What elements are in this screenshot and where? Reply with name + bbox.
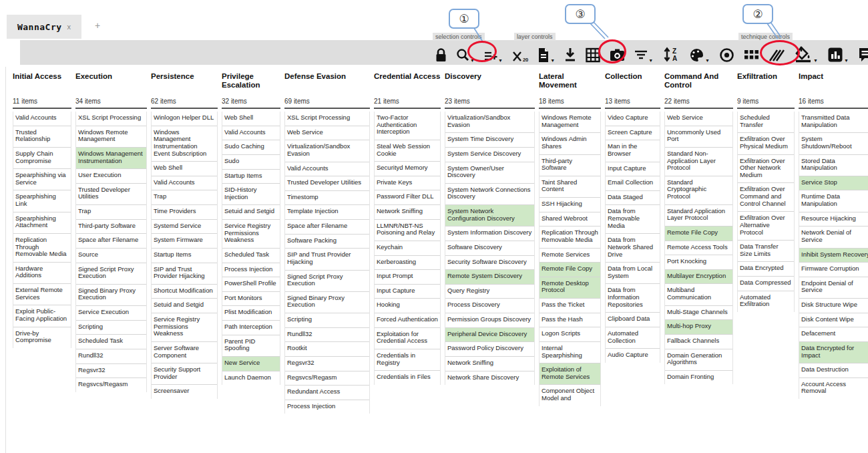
technique-cell[interactable]: SIP and Trust Provider Hijacking: [285, 248, 369, 269]
technique-cell[interactable]: Data from Network Shared Drive: [606, 233, 660, 262]
technique-cell[interactable]: Spearphishing via Service: [13, 168, 71, 190]
filter-button[interactable]: ▼: [632, 43, 655, 63]
technique-cell[interactable]: Endpoint Denial of Service: [799, 277, 868, 298]
technique-cell[interactable]: Valid Accounts: [152, 176, 217, 190]
technique-cell[interactable]: Password Filter DLL: [375, 190, 440, 204]
technique-cell[interactable]: Multilayer Encryption: [665, 269, 732, 284]
layer-file-button[interactable]: ▼: [535, 43, 557, 63]
tab-close-icon[interactable]: x: [67, 23, 71, 31]
technique-cell[interactable]: Defacement: [799, 327, 868, 341]
technique-cell[interactable]: Credentials in Files: [375, 370, 440, 385]
technique-cell[interactable]: Scripting: [285, 313, 369, 327]
technique-cell[interactable]: Space after Filename: [285, 219, 369, 234]
color-setup-button[interactable]: ▼: [687, 43, 712, 63]
technique-cell[interactable]: Windows Management Instrumentation: [76, 147, 146, 168]
technique-cell[interactable]: Trusted Developer Utilities: [76, 183, 146, 204]
technique-cell[interactable]: Rootkit: [285, 341, 369, 356]
matrix-layout-button[interactable]: [742, 43, 761, 63]
technique-cell[interactable]: Port Knocking: [665, 255, 732, 269]
technique-cell[interactable]: System Network Connections Discovery: [445, 183, 534, 204]
technique-cell[interactable]: Regsvr32: [76, 363, 146, 378]
technique-cell[interactable]: Video Capture: [606, 112, 660, 126]
technique-cell[interactable]: Exfiltration Over Other Network Medium: [738, 154, 794, 183]
technique-cell[interactable]: Exploitation for Credential Access: [375, 327, 440, 349]
technique-cell[interactable]: SSH Hijacking: [539, 197, 600, 212]
technique-cell[interactable]: Port Monitors: [222, 291, 280, 306]
technique-cell[interactable]: User Execution: [76, 168, 146, 183]
technique-cell[interactable]: Security Software Discovery: [445, 255, 534, 270]
technique-cell[interactable]: Security Support Provider: [152, 363, 217, 384]
technique-cell[interactable]: Kerberoasting: [375, 255, 440, 270]
technique-cell[interactable]: Redundant Access: [285, 385, 369, 400]
technique-cell[interactable]: Firmware Corruption: [799, 262, 868, 277]
technique-cell[interactable]: Disk Structure Wipe: [799, 298, 868, 313]
camera-button[interactable]: [608, 43, 627, 63]
technique-cell[interactable]: Hooking: [375, 298, 440, 313]
technique-cell[interactable]: Pass the Hash: [539, 313, 600, 327]
technique-cell[interactable]: Scripting: [76, 320, 146, 335]
technique-cell[interactable]: Supply Chain Compromise: [13, 147, 71, 168]
technique-cell[interactable]: Two-Factor Authentication Interception: [375, 112, 440, 140]
technique-cell[interactable]: Spearphishing Link: [13, 190, 71, 211]
technique-cell[interactable]: Trap: [152, 190, 217, 204]
new-tab-button[interactable]: +: [95, 20, 100, 31]
technique-cell[interactable]: Signed Script Proxy Execution: [76, 263, 146, 284]
technique-cell[interactable]: Trusted Relationship: [13, 126, 71, 147]
technique-cell[interactable]: Domain Fronting: [665, 370, 732, 385]
technique-cell[interactable]: Scheduled Transfer: [738, 112, 794, 132]
technique-cell[interactable]: Remote System Discovery: [445, 269, 534, 284]
download-button[interactable]: [562, 43, 578, 63]
technique-cell[interactable]: Startup Items: [222, 169, 280, 184]
technique-cell[interactable]: System Network Configuration Discovery: [445, 204, 534, 226]
visibility-button[interactable]: [717, 43, 736, 63]
technique-cell[interactable]: Space after Filename: [76, 233, 146, 248]
technique-cell[interactable]: Automated Exfiltration: [738, 291, 794, 312]
technique-cell[interactable]: XSL Script Processing: [285, 112, 369, 126]
technique-cell[interactable]: Third-party Software: [539, 154, 600, 176]
technique-cell[interactable]: Windows Admin Shares: [539, 132, 600, 154]
technique-cell[interactable]: System Time Discovery: [445, 132, 534, 147]
technique-cell[interactable]: Password Policy Discovery: [445, 341, 534, 356]
technique-cell[interactable]: Systemd Service: [152, 219, 217, 234]
technique-cell[interactable]: Regsvr32: [285, 356, 369, 371]
technique-cell[interactable]: Steal Web Session Cookie: [375, 140, 440, 161]
technique-cell[interactable]: Pass the Ticket: [539, 298, 600, 313]
technique-cell[interactable]: Account Access Removal: [799, 378, 868, 399]
technique-cell[interactable]: Standard Non-Application Layer Protocol: [665, 147, 732, 176]
technique-cell[interactable]: Path Interception: [222, 320, 280, 335]
technique-cell[interactable]: Private Keys: [375, 176, 440, 190]
technique-cell[interactable]: Automated Collection: [606, 327, 660, 348]
technique-cell[interactable]: Shared Webroot: [539, 212, 600, 226]
technique-cell[interactable]: Query Registry: [445, 284, 534, 299]
technique-cell[interactable]: Data Destruction: [799, 363, 868, 378]
technique-cell[interactable]: Trusted Developer Utilities: [285, 176, 369, 190]
technique-cell[interactable]: Keychain: [375, 241, 440, 255]
technique-cell[interactable]: Multi-hop Proxy: [665, 319, 732, 334]
technique-cell[interactable]: Multi-Stage Channels: [665, 305, 732, 320]
technique-cell[interactable]: Input Prompt: [375, 269, 440, 284]
technique-cell[interactable]: System Shutdown/Reboot: [799, 132, 868, 154]
technique-cell[interactable]: Regsvcs/Regasm: [76, 378, 146, 392]
technique-cell[interactable]: Resource Hijacking: [799, 212, 868, 226]
multiselect-button[interactable]: ▼: [482, 43, 505, 63]
technique-cell[interactable]: Network Share Discovery: [445, 371, 534, 386]
technique-cell[interactable]: Data from Information Repositories: [606, 283, 660, 312]
technique-cell[interactable]: Taint Shared Content: [539, 176, 600, 197]
technique-cell[interactable]: Startup Items: [152, 248, 217, 263]
technique-cell[interactable]: Domain Generation Algorithms: [665, 349, 732, 370]
technique-cell[interactable]: Scheduled Task: [76, 334, 146, 349]
technique-cell[interactable]: Sudo: [222, 154, 280, 169]
technique-cell[interactable]: Valid Accounts: [13, 112, 71, 126]
technique-cell[interactable]: Man in the Browser: [606, 140, 660, 161]
technique-cell[interactable]: Exploitation of Remote Services: [539, 363, 600, 384]
technique-cell[interactable]: Drive-by Compromise: [13, 327, 71, 348]
comment-button[interactable]: ▼: [856, 43, 868, 63]
technique-cell[interactable]: Web Service: [285, 126, 369, 140]
table-view-button[interactable]: [584, 43, 602, 63]
technique-cell[interactable]: Software Packing: [285, 234, 369, 249]
technique-cell[interactable]: Windows Management Instrumentation Event…: [152, 126, 217, 162]
technique-cell[interactable]: Permission Groups Discovery: [445, 313, 534, 327]
technique-cell[interactable]: XSL Script Processing: [76, 112, 146, 126]
technique-cell[interactable]: Remote Desktop Protocol: [539, 277, 600, 298]
technique-cell[interactable]: Plist Modification: [222, 305, 280, 320]
